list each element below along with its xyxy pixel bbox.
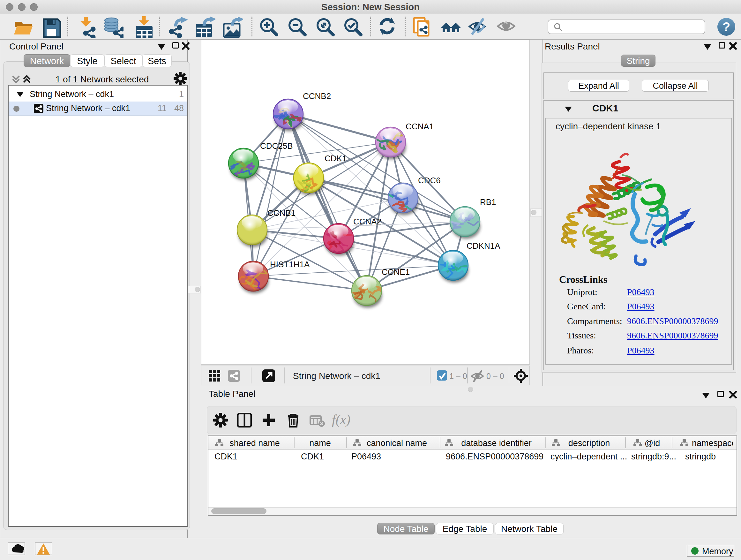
svg-text:CCNA2: CCNA2	[353, 217, 381, 226]
svg-text:CDC6: CDC6	[418, 176, 441, 185]
svg-text:CCNB2: CCNB2	[303, 91, 331, 101]
svg-text:CCNB1: CCNB1	[267, 208, 295, 218]
svg-text:CDK1: CDK1	[325, 153, 347, 163]
svg-text:CDKN1A: CDKN1A	[467, 241, 500, 251]
svg-text:HIST1H1A: HIST1H1A	[270, 260, 310, 269]
svg-text:RB1: RB1	[480, 197, 496, 207]
svg-text:CCNA1: CCNA1	[406, 122, 434, 131]
svg-text:CCNE1: CCNE1	[382, 267, 410, 277]
svg-text:CDC25B: CDC25B	[260, 141, 293, 151]
